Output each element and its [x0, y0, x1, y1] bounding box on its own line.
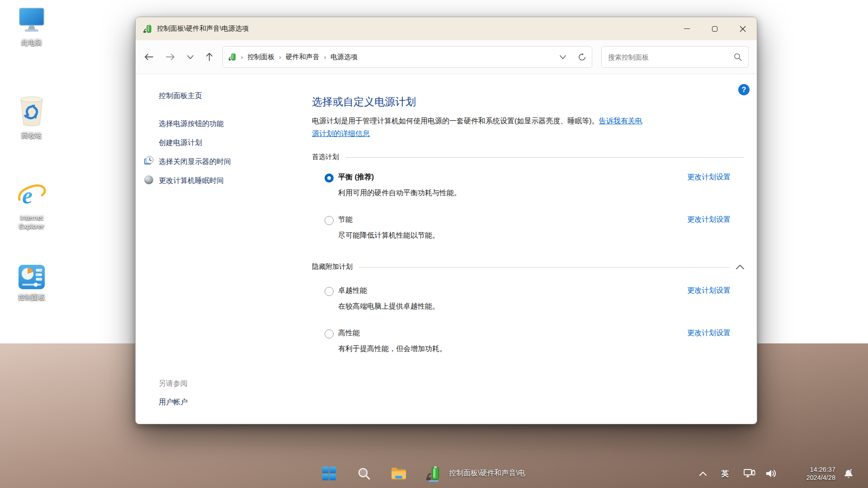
power-options-icon	[426, 466, 441, 481]
change-plan-settings-link[interactable]: 更改计划设置	[687, 286, 731, 296]
breadcrumb-control-panel[interactable]: 控制面板	[245, 53, 277, 61]
search-icon[interactable]	[734, 53, 742, 61]
maximize-button[interactable]	[701, 17, 729, 40]
change-plan-settings-link[interactable]: 更改计划设置	[687, 215, 731, 225]
plan-name: 节能	[338, 215, 353, 225]
sidebar-item-label: 用户帐户	[159, 398, 188, 406]
notification-bell-sleep-icon: z	[842, 468, 855, 479]
network-icon	[744, 468, 755, 479]
speaker-icon	[765, 469, 777, 479]
folder-icon	[391, 467, 406, 480]
up-button[interactable]	[205, 52, 213, 61]
ime-label: 英	[722, 469, 729, 479]
sidebar-item-sleep-time[interactable]: 更改计算机睡眠时间	[159, 176, 224, 186]
breadcrumb-separator-icon: ›	[277, 54, 283, 61]
breadcrumb-power-options[interactable]: 电源选项	[328, 53, 360, 61]
power-options-icon	[228, 53, 236, 61]
forward-button[interactable]	[165, 53, 175, 61]
sidebar-item-label: 选择关闭显示器的时间	[159, 158, 231, 165]
tray-time: 14:26:37	[810, 465, 835, 474]
address-bar[interactable]: › 控制面板 › 硬件和声音 › 电源选项	[222, 46, 592, 68]
internet-explorer-icon: e	[16, 180, 47, 211]
plan-row-power-saver: 节能 尽可能降低计算机性能以节能。 更改计划设置	[312, 215, 744, 248]
refresh-icon[interactable]	[578, 53, 586, 61]
sidebar-item-label: 创建电源计划	[159, 139, 202, 146]
plan-description: 尽可能降低计算机性能以节能。	[338, 231, 439, 240]
taskbar-power-options-button[interactable]	[424, 464, 443, 483]
window-body: ? 控制面板主页 选择电源按钮的功能 创建电源计划 选择关闭显示器的时间	[136, 74, 757, 424]
this-pc-icon	[18, 6, 46, 35]
desktop-icon-recycle-bin[interactable]: 回收站	[5, 95, 59, 140]
breadcrumb-separator-icon: ›	[322, 54, 328, 61]
breadcrumb-hardware-sound[interactable]: 硬件和声音	[283, 53, 322, 61]
desktop-icon-internet-explorer[interactable]: e Internet Explorer	[5, 180, 59, 230]
plan-description: 在较高端电脑上提供卓越性能。	[338, 302, 439, 311]
change-plan-settings-link[interactable]: 更改计划设置	[687, 173, 731, 182]
sidebar-item-label: 选择电源按钮的功能	[159, 120, 224, 127]
intro-body: 电源计划是用于管理计算机如何使用电源的一套硬件和系统设置(如显示器亮度、睡眠等)…	[312, 117, 599, 125]
desktop-icon-label: Internet Explorer	[10, 213, 53, 230]
control-panel-icon	[18, 264, 46, 290]
taskbar: 控制面板\硬件和声音\电 英 14:26:37 2024/4/28 z	[0, 459, 868, 488]
desktop-icon-label: 回收站	[22, 131, 42, 140]
page-title: 选择或自定义电源计划	[312, 95, 416, 109]
main-content: 选择或自定义电源计划 电源计划是用于管理计算机如何使用电源的一套硬件和系统设置(…	[312, 74, 744, 424]
see-also-header: 另请参阅	[159, 379, 188, 389]
start-button[interactable]	[319, 464, 339, 483]
svg-text:z: z	[850, 468, 852, 472]
sidebar-item-create-power-plan[interactable]: 创建电源计划	[159, 138, 202, 148]
change-plan-settings-link[interactable]: 更改计划设置	[687, 328, 731, 338]
radio-power-saver[interactable]	[325, 216, 334, 225]
radio-ultimate-performance[interactable]	[325, 287, 334, 296]
tray-show-hidden-icons-button[interactable]	[695, 464, 711, 483]
minimize-icon	[684, 28, 690, 29]
file-explorer-button[interactable]	[389, 464, 409, 483]
tray-notifications-button[interactable]: z	[839, 464, 858, 483]
desktop-icon-this-pc[interactable]: 此电脑	[5, 6, 59, 47]
plan-name: 平衡 (推荐)	[338, 173, 374, 182]
tray-date: 2024/4/28	[806, 474, 835, 482]
search-box[interactable]	[601, 46, 749, 68]
search-icon	[357, 467, 371, 480]
recent-pages-dropdown-icon[interactable]	[187, 55, 193, 59]
group-title: 首选计划	[312, 153, 339, 161]
minimize-button[interactable]	[673, 17, 701, 40]
sidebar-item-label: 控制面板主页	[159, 92, 202, 99]
sidebar-item-user-accounts[interactable]: 用户帐户	[159, 398, 188, 407]
sleep-sphere-icon	[143, 174, 154, 185]
tray-network-button[interactable]	[741, 464, 759, 483]
taskbar-app-title[interactable]: 控制面板\硬件和声音\电	[449, 469, 525, 478]
recycle-bin-icon	[18, 95, 45, 128]
window-titlebar[interactable]: 控制面板\硬件和声音\电源选项	[136, 17, 757, 40]
plan-description: 利用可用的硬件自动平衡功耗与性能。	[338, 188, 461, 198]
taskbar-search-button[interactable]	[354, 464, 374, 483]
collapse-section-icon[interactable]	[736, 264, 744, 269]
address-dropdown-icon[interactable]	[560, 55, 566, 59]
plan-row-ultimate-performance: 卓越性能 在较高端电脑上提供卓越性能。 更改计划设置	[312, 286, 744, 319]
chevron-up-icon	[699, 471, 707, 476]
search-input[interactable]	[608, 53, 734, 61]
tray-ime-indicator[interactable]: 英	[717, 464, 733, 483]
plan-description: 有利于提高性能，但会增加功耗。	[338, 344, 447, 354]
sidebar-item-power-buttons[interactable]: 选择电源按钮的功能	[159, 119, 224, 129]
desktop-icon-control-panel[interactable]: 控制面板	[5, 264, 59, 301]
display-clock-icon	[143, 155, 154, 166]
plan-name: 卓越性能	[338, 286, 367, 296]
plan-name: 高性能	[338, 328, 360, 338]
power-plan-info-link[interactable]: 告诉我有关电	[599, 117, 642, 125]
active-app-indicator	[429, 480, 439, 482]
intro-text: 电源计划是用于管理计算机如何使用电源的一套硬件和系统设置(如显示器亮度、睡眠等)…	[312, 115, 748, 140]
tray-volume-button[interactable]	[762, 464, 780, 483]
group-title: 隐藏附加计划	[312, 263, 353, 271]
maximize-icon	[712, 26, 717, 32]
power-plan-info-link[interactable]: 源计划的详细信息	[312, 130, 370, 137]
sidebar-item-display-off-time[interactable]: 选择关闭显示器的时间	[159, 157, 231, 167]
back-button[interactable]	[144, 53, 154, 61]
power-options-icon	[143, 24, 152, 33]
radio-balanced[interactable]	[325, 174, 334, 183]
close-button[interactable]	[729, 17, 757, 40]
sidebar-item-control-panel-home[interactable]: 控制面板主页	[159, 91, 202, 101]
tray-clock[interactable]: 14:26:37 2024/4/28	[795, 464, 835, 483]
close-icon	[740, 26, 746, 32]
radio-high-performance[interactable]	[325, 329, 334, 338]
